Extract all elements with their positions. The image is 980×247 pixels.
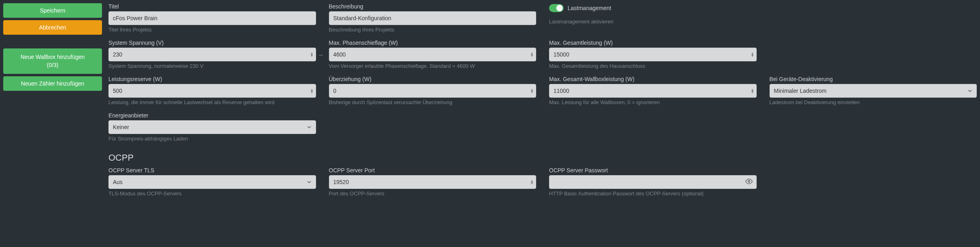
energyprovider-label: Energieanbieter bbox=[108, 112, 316, 119]
ocpp-port-hint: Port des OCPP-Servers bbox=[329, 190, 537, 198]
maxwallbox-input[interactable] bbox=[549, 84, 757, 98]
loadmanagement-label: Lastmanagement bbox=[568, 5, 611, 11]
svg-point-0 bbox=[748, 180, 750, 182]
add-wallbox-button[interactable]: Neue Wallbox hinzufügen (0/3) bbox=[3, 48, 102, 74]
ocpp-port-label: OCPP Server Port bbox=[329, 167, 537, 174]
loadmanagement-toggle[interactable] bbox=[549, 4, 564, 12]
ondeactivate-select[interactable]: Minimaler Ladestrom bbox=[770, 84, 977, 98]
overdraft-hint: Bisherige durch Spitzenlast verursachte … bbox=[329, 99, 537, 107]
maxwallbox-hint: Max. Leistung für alle Wallboxen, 0 = ig… bbox=[549, 99, 757, 107]
reserve-input[interactable] bbox=[108, 84, 316, 98]
description-hint: Beschreibung Ihres Projekts bbox=[329, 27, 537, 34]
ocpp-port-input[interactable] bbox=[329, 175, 537, 189]
overdraft-input[interactable] bbox=[329, 84, 537, 98]
description-label: Beschreibung bbox=[329, 3, 537, 10]
sidebar: Speichern Abbrechen Neue Wallbox hinzufü… bbox=[3, 3, 102, 202]
ocpp-password-input[interactable] bbox=[549, 175, 757, 189]
save-button[interactable]: Speichern bbox=[3, 3, 102, 18]
ocpp-password-hint: HTTP Basic Authentication Passwort des O… bbox=[549, 190, 757, 198]
ondeactivate-label: Bei Geräte-Deaktivierung bbox=[770, 76, 977, 82]
energyprovider-select[interactable]: Keiner bbox=[108, 120, 316, 134]
phaseimbalance-label: Max. Phasenschieflage (W) bbox=[329, 40, 537, 46]
cancel-button[interactable]: Abbrechen bbox=[3, 20, 102, 35]
voltage-input[interactable] bbox=[108, 48, 316, 61]
phaseimbalance-input[interactable] bbox=[329, 48, 537, 61]
add-meter-button[interactable]: Neuen Zähler hinzufügen bbox=[3, 76, 102, 91]
reserve-hint: Leistung, die immer für schnelle Lastwec… bbox=[108, 99, 316, 107]
reserve-label: Leistungsreserve (W) bbox=[108, 76, 316, 82]
ocpp-tls-label: OCPP Server TLS bbox=[108, 167, 316, 174]
main-form: Titel Titel Ihres Projekts Beschreibung … bbox=[108, 3, 977, 202]
maxtotal-input[interactable] bbox=[549, 48, 757, 61]
phaseimbalance-hint: Vom Versorger erlaubte Phasenschieflage,… bbox=[329, 63, 537, 70]
ocpp-password-label: OCPP Server Passwort bbox=[549, 167, 757, 174]
title-hint: Titel Ihres Projekts bbox=[108, 27, 316, 34]
overdraft-label: Überziehung (W) bbox=[329, 76, 537, 82]
description-input[interactable] bbox=[329, 11, 537, 25]
maxtotal-hint: Max. Gesamtleistung des Hausanschluss bbox=[549, 63, 757, 70]
ocpp-tls-hint: TLS-Modus des OCPP-Servers bbox=[108, 190, 316, 198]
ocpp-heading: OCPP bbox=[108, 153, 977, 163]
voltage-hint: System Spannung, normalerweise 230 V bbox=[108, 63, 316, 70]
title-input[interactable] bbox=[108, 11, 316, 25]
maxtotal-label: Max. Gesamtleistung (W) bbox=[549, 40, 757, 46]
ocpp-tls-select[interactable]: Aus bbox=[108, 175, 316, 189]
maxwallbox-label: Max. Gesamt-Wallboxleistung (W) bbox=[549, 76, 757, 82]
energyprovider-hint: Für Strompreis-abhängiges Laden bbox=[108, 136, 316, 143]
eye-icon[interactable] bbox=[745, 178, 753, 186]
loadmanagement-hint: Lastmanagement aktivieren bbox=[549, 19, 757, 26]
voltage-label: System Spannung (V) bbox=[108, 40, 316, 46]
title-label: Titel bbox=[108, 3, 316, 10]
ondeactivate-hint: Ladestrom bei Deaktivierung einstellen bbox=[770, 99, 977, 107]
